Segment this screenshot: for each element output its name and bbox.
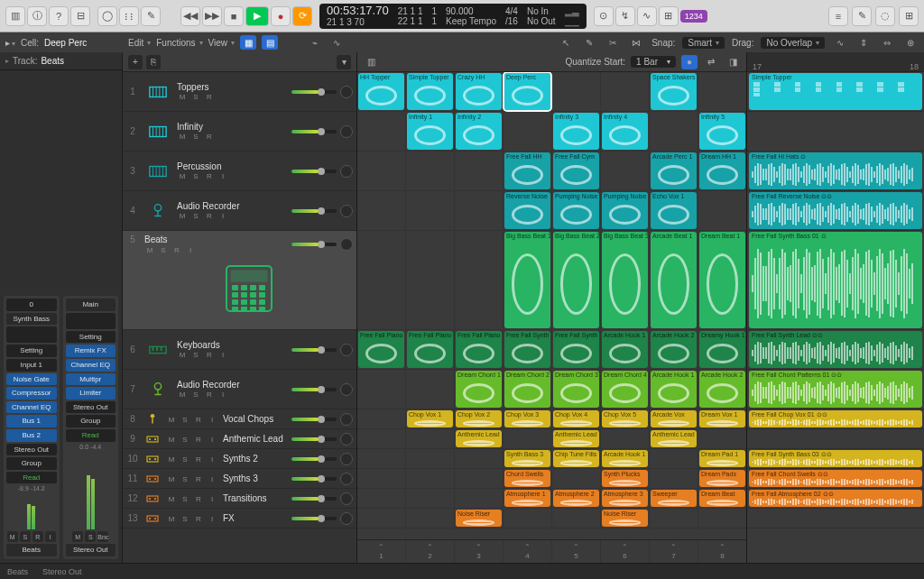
grid-cell[interactable]: Crazy HH — [455, 72, 504, 111]
clip[interactable]: Crazy HH — [456, 73, 502, 110]
scene-trigger[interactable]: ⌃6 — [601, 540, 650, 563]
grid-cell[interactable]: Infinity 5 — [698, 112, 746, 151]
duplicate-track-button[interactable]: ⎘ — [146, 55, 161, 69]
grid-cell[interactable] — [698, 72, 746, 111]
m-button[interactable]: M — [166, 514, 177, 523]
s-button[interactable]: S — [180, 494, 190, 503]
arrangement-row[interactable] — [747, 509, 924, 528]
arrangement-row[interactable]: Free Fall Synth Lead ⊙⊙ — [747, 330, 924, 370]
r-button[interactable]: R — [204, 351, 215, 360]
region[interactable]: Free Fall Synth Bass 01 ⊙ — [749, 232, 922, 328]
output-slot[interactable]: Stereo Out — [6, 444, 57, 456]
clip[interactable]: Arcade Hook 1 — [602, 331, 648, 368]
clip[interactable]: Infinity 3 — [553, 113, 599, 150]
clip[interactable]: Free Fall Piano — [456, 331, 502, 368]
volume-slider[interactable] — [291, 209, 337, 213]
i-button[interactable]: I — [207, 514, 217, 523]
mute-button[interactable]: M — [72, 531, 83, 542]
browser-button[interactable]: ⊞ — [899, 6, 919, 26]
arrangement-row[interactable]: Simple Topper — [747, 72, 924, 112]
track-icon[interactable] — [144, 510, 161, 527]
snap-dropdown[interactable]: Smart — [682, 37, 725, 49]
grid-cell[interactable]: Chip Tune Fills — [552, 449, 601, 468]
automation-mode[interactable]: Read — [66, 429, 116, 442]
region[interactable]: Free Fall Synth Lead ⊙⊙ — [749, 331, 922, 368]
grid-cell[interactable] — [650, 112, 698, 151]
clip[interactable]: Dream Beat — [699, 490, 745, 507]
m-button[interactable]: M — [166, 474, 177, 483]
grid-cell[interactable]: Chop Vox 1 — [406, 409, 455, 428]
clip[interactable]: Dream Beat 1 — [699, 232, 745, 328]
track-icon[interactable] — [144, 198, 171, 225]
clip[interactable]: Dreamy Hook 1 — [699, 331, 745, 368]
pencil-tool[interactable]: ✎ — [581, 35, 597, 50]
scissors-tool[interactable]: ✂ — [605, 35, 621, 50]
arrangement-row[interactable]: Free Fall Synth Bass 03 ⊙⊙ — [747, 449, 924, 469]
volume-slider[interactable] — [291, 418, 337, 421]
pan-knob[interactable] — [340, 344, 353, 356]
grid-cell[interactable] — [650, 449, 698, 468]
scene-trigger[interactable]: ⌃5 — [552, 540, 601, 563]
grid-cell[interactable]: Dream HH 1 — [698, 152, 746, 190]
grid-cell[interactable] — [406, 152, 455, 190]
pan-knob[interactable] — [340, 165, 353, 178]
grid-cell[interactable]: Free Fall Piano — [357, 330, 406, 369]
grid-cell[interactable]: Dream Beat — [698, 489, 746, 508]
solo-button[interactable]: S — [20, 531, 31, 542]
zoom-horizontal-button[interactable]: ⇔ — [879, 35, 895, 50]
setting-slot[interactable]: Setting — [66, 331, 116, 344]
grid-cell[interactable]: Noise Riser — [601, 509, 650, 528]
track-icon[interactable] — [144, 118, 171, 145]
clip[interactable]: Infinity 1 — [407, 113, 453, 150]
grid-cell[interactable] — [455, 152, 504, 190]
track-header[interactable]: 7 Audio Recorder MSRI — [123, 370, 356, 409]
s-button[interactable]: S — [180, 435, 190, 444]
pan-knob[interactable] — [340, 433, 353, 446]
s-button[interactable]: S — [190, 212, 201, 221]
grid-cell[interactable] — [357, 152, 406, 190]
track-header[interactable]: 10 MSRI Synths 2 — [123, 449, 356, 469]
flex-button[interactable]: ∿ — [328, 35, 345, 50]
pan-knob[interactable] — [340, 205, 353, 217]
r-button[interactable]: R — [171, 245, 182, 254]
grid-cell[interactable]: Synth Bass 3 — [504, 449, 552, 468]
clip[interactable]: Anthemic Lead — [651, 430, 697, 447]
channel-strip[interactable]: 0Synth BassSettingInput 1Noise GateCompr… — [4, 296, 60, 559]
scene-trigger[interactable]: ⌃4 — [504, 540, 552, 563]
i-button[interactable]: I — [207, 474, 217, 483]
grid-cell[interactable]: Arcade Hook 1 — [601, 449, 650, 468]
track-header[interactable]: 6 Keyboards MSRI — [123, 330, 356, 370]
volume-slider[interactable] — [291, 243, 337, 246]
region[interactable]: Free Fall Chord Patterns 01 ⊙⊙ — [749, 371, 922, 408]
clip[interactable]: Big Bass Beat 3 — [602, 232, 648, 328]
grid-cell[interactable] — [455, 489, 504, 508]
track-icon[interactable] — [144, 451, 161, 467]
clip[interactable]: Chop Vox 1 — [407, 410, 453, 427]
scene-trigger[interactable]: ⌃2 — [406, 540, 455, 563]
grid-cell[interactable] — [357, 370, 406, 409]
track-icon[interactable] — [144, 336, 171, 363]
pan-knob[interactable] — [340, 125, 353, 138]
grid-cell[interactable] — [650, 469, 698, 488]
clip[interactable]: Infinity 5 — [699, 113, 745, 150]
clip[interactable]: Dream Chord 4 — [602, 371, 648, 408]
grid-cell[interactable] — [552, 509, 601, 528]
view-menu[interactable]: View — [208, 38, 236, 48]
grid-cell[interactable]: Dream Chord 3 — [552, 370, 601, 409]
group-slot[interactable]: Group — [6, 457, 57, 470]
record-enable-button[interactable]: R — [32, 531, 43, 542]
s-button[interactable]: S — [190, 93, 201, 102]
volume-slider[interactable] — [291, 90, 337, 94]
s-button[interactable]: S — [180, 415, 190, 424]
grid-cell[interactable] — [698, 509, 746, 528]
pan-knob[interactable] — [340, 383, 353, 396]
grid-cell[interactable] — [406, 489, 455, 508]
notes-button[interactable]: ✎ — [852, 6, 872, 26]
grid-cell[interactable]: Arcade Hook 2 — [698, 370, 746, 409]
grid-cell[interactable]: Pumping Noise — [601, 191, 650, 230]
clip[interactable]: Pumping Noise — [553, 192, 599, 229]
clip[interactable]: Arcade Vox — [651, 410, 697, 427]
grid-cell[interactable] — [601, 429, 650, 448]
quick-help-button[interactable]: ? — [49, 6, 69, 26]
grid-cell[interactable]: Dream Chord 4 — [601, 370, 650, 409]
